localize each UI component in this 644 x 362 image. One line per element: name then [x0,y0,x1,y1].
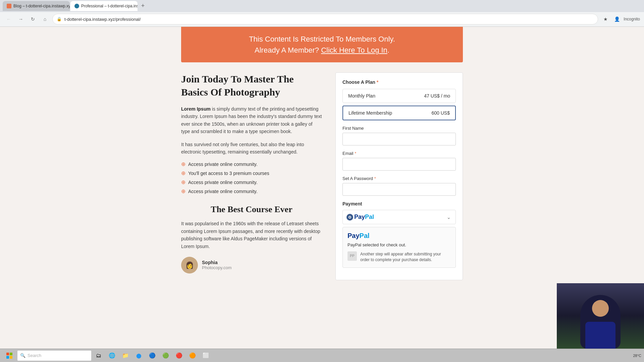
page-content: This Content Is Restricted To Members On… [0,27,644,349]
taskbar-apps: 🗂 🌐 📁 ⬤ 🔵 🟢 🔴 🟠 ⬜ [93,350,632,361]
person-head [592,300,609,317]
taskbar-app-7[interactable]: 🔴 [173,350,185,361]
avatar: 👩 [181,257,198,274]
main-layout: Join Today To Master The Basics Of Photo… [181,62,463,290]
tab-favicon-2 [74,4,79,8]
section-title: The Best Course Ever [181,204,322,215]
feature-item-4: ⊕ Access private online community. [181,188,322,194]
login-link[interactable]: Click Here To Log In [321,46,387,54]
taskbar-app-1[interactable]: 🗂 [93,350,105,361]
browser-tab-1[interactable]: Blog – t-dotterel-cipa.instawp.xy... ✕ [3,1,70,11]
password-label: Set A Password * [342,176,456,181]
feature-text-4: Access private online community. [188,189,258,194]
paypal-note: PP Another step will appear after submit… [347,251,451,263]
tab-favicon-1 [7,4,11,8]
address-text: t-dotterel-cipa.instawp.xyz/professional… [64,17,594,22]
profile-button[interactable]: 👤 [612,14,622,24]
lorem-strong: Lorem Ipsum [181,106,211,112]
taskbar-app-9[interactable]: ⬜ [200,350,212,361]
feature-icon-2: ⊕ [181,170,185,176]
email-group: Email * [342,151,456,171]
paypal-logo: PayPal [347,214,374,221]
taskbar-app-2[interactable]: 🌐 [106,350,118,361]
plan-monthly-name: Monthly Plan [348,93,375,99]
payment-group: Payment PayPal ⌄ PayPal PayPal selected … [342,201,456,268]
paypal-selected-text: PayPal selected for check out. [347,242,451,247]
taskbar-app-8[interactable]: 🟠 [186,350,199,361]
taskbar-temp: 28°C [633,354,641,358]
feature-icon-3: ⊕ [181,179,185,185]
browser-toolbar: ← → ↻ ⌂ 🔒 t-dotterel-cipa.instawp.xyz/pr… [0,12,644,26]
back-button[interactable]: ← [4,14,13,24]
taskbar: 🔍 Search 🗂 🌐 📁 ⬤ 🔵 🟢 🔴 🟠 ⬜ 28°C [0,349,644,362]
course-text: It was popularised in the 1960s with the… [181,220,322,250]
taskbar-app-5[interactable]: 🔵 [146,350,158,361]
password-group: Set A Password * [342,176,456,196]
home-button[interactable]: ⌂ [40,14,50,24]
taskbar-search[interactable]: 🔍 Search [17,351,91,361]
paypal-option[interactable]: PayPal ⌄ [342,210,456,224]
plan-monthly[interactable]: Monthly Plan 47 US$ / mo [342,89,456,103]
plan-monthly-price: 47 US$ / mo [424,93,450,99]
feature-item-2: ⊕ You'll get access to 3 premium courses [181,170,322,176]
address-bar[interactable]: 🔒 t-dotterel-cipa.instawp.xyz/profession… [52,14,598,24]
plan-lifetime-price: 600 US$ [432,110,450,116]
person-body [585,322,615,349]
payment-title: Payment [342,201,456,206]
forward-button[interactable]: → [16,14,25,24]
feature-icon-1: ⊕ [181,161,185,167]
first-name-group: First Name [342,126,456,145]
feature-text-3: Access private online community. [188,180,258,185]
testimonial: 👩 Sophia Photocopy.com [181,257,322,274]
feature-text-2: You'll get access to 3 premium courses [188,171,269,176]
required-star-plan: * [377,79,378,85]
form-card: Choose A Plan * Monthly Plan 47 US$ / mo… [335,72,463,280]
win-square-3 [6,356,9,359]
browser-actions: ★ 👤 Incognito [601,14,640,24]
tab-label-2: Professional – t-dotterel-cipa.ins... [81,4,138,8]
feature-text-1: Access private online community. [188,162,258,167]
restricted-banner: This Content Is Restricted To Members On… [181,27,463,62]
browser-tabs: Blog – t-dotterel-cipa.instawp.xy... ✕ P… [0,0,644,12]
first-name-input[interactable] [342,133,456,145]
paypal-note-text: Another step will appear after submittin… [360,251,451,263]
required-star-email: * [355,151,356,156]
testimonial-name: Sophia [202,260,232,265]
taskbar-app-6[interactable]: 🟢 [160,350,172,361]
banner-line1: This Content Is Restricted To Members On… [249,35,395,43]
password-input[interactable] [342,183,456,196]
win-square-1 [6,353,9,355]
new-tab-button[interactable]: + [138,1,148,11]
reload-button[interactable]: ↻ [28,14,38,24]
paypal-checkout-logo: PayPal [347,232,451,240]
lorem-paragraph-2: It has survived not only five centuries,… [181,141,322,156]
paypal-radio [347,215,352,220]
email-input[interactable] [342,158,456,171]
taskbar-right: 28°C [633,354,641,358]
paypal-checkout-box: PayPal PayPal selected for check out. PP… [342,227,456,268]
person-silhouette [580,295,621,349]
feature-item-3: ⊕ Access private online community. [181,179,322,185]
first-name-label: First Name [342,126,456,131]
testimonial-company: Photocopy.com [202,265,232,270]
lock-icon: 🔒 [57,17,62,21]
lorem-paragraph-1: Lorem Ipsum is simply dummy text of the … [181,105,322,135]
banner-line2: Already A Member? [255,46,319,54]
feature-item-1: ⊕ Access private online community. [181,161,322,167]
browser-tab-2[interactable]: Professional – t-dotterel-cipa.ins... ✕ [70,1,138,11]
banner-text: This Content Is Restricted To Members On… [191,34,453,56]
start-button[interactable] [3,350,16,361]
incognito-label: Incognito [624,17,640,21]
webcam-overlay [557,283,644,349]
bookmark-button[interactable]: ★ [601,14,610,24]
win-square-4 [10,356,12,359]
paypal-text: PayPal [354,214,374,221]
taskbar-app-4[interactable]: ⬤ [133,350,145,361]
paypal-note-icon: PP [347,251,357,261]
right-column: Choose A Plan * Monthly Plan 47 US$ / mo… [335,72,463,280]
feature-list: ⊕ Access private online community. ⊕ You… [181,161,322,194]
plan-selection: Choose A Plan * Monthly Plan 47 US$ / mo… [342,79,456,120]
windows-icon [6,353,12,359]
plan-lifetime[interactable]: Lifetime Membership 600 US$ [342,106,456,120]
taskbar-app-3[interactable]: 📁 [119,350,131,361]
